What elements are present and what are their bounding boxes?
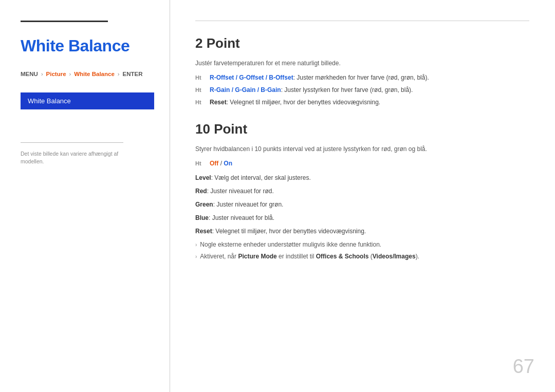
sidebar-footnote: Det viste billede kan variere afhængigt … (21, 150, 134, 165)
breadcrumb-menu: MENU (21, 71, 38, 77)
page-number: 67 (513, 356, 534, 378)
section-2point-title: 2 Point (195, 35, 529, 51)
key-r-gain: R-Gain / G-Gain / B-Gain (210, 86, 281, 94)
key-red: Red (195, 188, 207, 195)
key-reset-2: Reset (195, 228, 212, 235)
ht-label-4: Ht (195, 159, 207, 168)
key-green: Green (195, 201, 213, 208)
ht-text-1: R-Offset / G-Offset / B-Offset: Juster m… (210, 73, 429, 82)
key-off: Off (210, 160, 218, 167)
breadcrumb: MENU › Picture › White Balance › ENTER (21, 71, 154, 77)
body-blue: Blue: Juster niveauet for blå. (195, 213, 529, 222)
body-reset: Reset: Velegnet til miljøer, hvor der be… (195, 227, 529, 236)
bullet-arrow-2: › (195, 253, 197, 260)
ht-line-r-gain: Ht R-Gain / G-Gain / B-Gain: Juster lyss… (195, 85, 529, 95)
ht-text-2: R-Gain / G-Gain / B-Gain: Juster lysstyr… (210, 85, 413, 95)
main-content: 2 Point Justér farvetemperaturen for et … (170, 0, 555, 392)
key-level: Level (195, 174, 211, 181)
bullet-1: › Nogle eksterne enheder understøtter mu… (195, 240, 529, 249)
bullet-2: › Aktiveret, når Picture Mode er indstil… (195, 252, 529, 261)
breadcrumb-whitebalance: White Balance (74, 71, 115, 77)
sidebar-divider (21, 142, 123, 143)
section-10point: 10 Point Styrer hvidbalancen i 10 punkts… (195, 121, 529, 261)
ht-text-off-on: Off / On (210, 159, 232, 168)
ht-line-off-on: Ht Off / On (195, 159, 529, 168)
sidebar: White Balance MENU › Picture › White Bal… (0, 0, 170, 392)
sidebar-menu-white-balance[interactable]: White Balance (21, 92, 154, 109)
breadcrumb-enter: ENTER (123, 71, 143, 77)
key-offices: Offices & Schools (316, 253, 369, 260)
breadcrumb-picture: Picture (46, 71, 66, 77)
ht-label-2: Ht (195, 86, 207, 95)
section-2point: 2 Point Justér farvetemperaturen for et … (195, 35, 529, 107)
key-on: On (224, 160, 232, 167)
section-2point-intro: Justér farvetemperaturen for et mere nat… (195, 59, 529, 68)
ht-line-reset-1: Ht Reset: Velegnet til miljøer, hvor der… (195, 98, 529, 107)
page-container: White Balance MENU › Picture › White Bal… (0, 0, 555, 392)
ht-label-1: Ht (195, 73, 207, 82)
sidebar-title: White Balance (21, 36, 154, 55)
sidebar-top-line (21, 21, 108, 22)
bullet-arrow-1: › (195, 241, 197, 249)
key-r-offset: R-Offset / G-Offset / B-Offset (210, 74, 293, 81)
bullet-text-2: Aktiveret, når Picture Mode er indstille… (200, 252, 419, 261)
key-picture-mode: Picture Mode (238, 253, 276, 260)
ht-label-3: Ht (195, 98, 207, 107)
main-top-line (195, 21, 529, 21)
section-10point-intro: Styrer hvidbalancen i 10 punkts interval… (195, 144, 529, 154)
body-green: Green: Juster niveauet for grøn. (195, 200, 529, 209)
body-red: Red: Juster niveauet for rød. (195, 186, 529, 196)
key-blue: Blue (195, 214, 209, 221)
key-videos-images: Videos/Images (373, 253, 416, 260)
key-reset-1: Reset (210, 99, 227, 106)
section-10point-title: 10 Point (195, 121, 529, 137)
body-level: Level: Vælg det interval, der skal juste… (195, 173, 529, 182)
bullet-text-1: Nogle eksterne enheder understøtter muli… (200, 240, 381, 249)
ht-line-r-offset: Ht R-Offset / G-Offset / B-Offset: Juste… (195, 73, 529, 82)
ht-text-3: Reset: Velegnet til miljøer, hvor der be… (210, 98, 380, 107)
